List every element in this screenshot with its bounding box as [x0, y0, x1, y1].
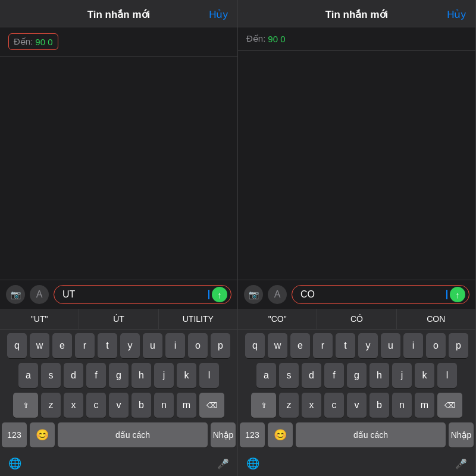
right-key-t[interactable]: t — [336, 333, 355, 358]
right-key-h[interactable]: h — [369, 363, 389, 388]
left-key-b[interactable]: b — [131, 393, 151, 418]
right-key-g[interactable]: g — [347, 363, 367, 388]
left-key-d[interactable]: d — [64, 363, 83, 388]
left-key-t[interactable]: t — [98, 333, 117, 358]
right-send-button[interactable] — [450, 287, 465, 302]
left-panel: Tin nhắn mới Hủy Đến: 90 0 📷 A UT "UT" Ú… — [0, 0, 238, 476]
left-key-u[interactable]: u — [143, 333, 162, 358]
left-key-e[interactable]: e — [52, 333, 72, 358]
left-key-k[interactable]: k — [177, 363, 196, 388]
left-key-g[interactable]: g — [109, 363, 129, 388]
right-key-n[interactable]: n — [392, 393, 412, 418]
right-key-d[interactable]: d — [302, 363, 321, 388]
right-pred-1[interactable]: "CO" — [238, 309, 317, 329]
right-to-field[interactable]: Đến: 90 0 — [238, 27, 475, 51]
left-key-z[interactable]: z — [41, 393, 61, 418]
left-key-r[interactable]: r — [75, 333, 95, 358]
left-key-w[interactable]: w — [30, 333, 49, 358]
right-camera-button[interactable]: 📷 — [244, 285, 263, 304]
right-key-u[interactable]: u — [381, 333, 400, 358]
left-send-button[interactable] — [212, 287, 227, 302]
right-key-i[interactable]: i — [403, 333, 423, 358]
right-text-input[interactable]: CO — [292, 285, 469, 304]
right-to-value: 90 0 — [268, 34, 285, 44]
left-key-o[interactable]: o — [188, 333, 208, 358]
right-key-numbers[interactable]: 123 — [240, 422, 265, 447]
left-key-shift[interactable]: ⇧ — [13, 393, 38, 418]
left-globe-icon[interactable]: 🌐 — [8, 457, 21, 470]
left-to-field[interactable]: Đến: 90 0 — [0, 27, 237, 57]
left-key-p[interactable]: p — [211, 333, 230, 358]
right-key-p[interactable]: p — [449, 333, 468, 358]
left-camera-button[interactable]: 📷 — [6, 285, 25, 304]
left-pred-2[interactable]: ÚT — [79, 309, 158, 329]
left-key-c[interactable]: c — [86, 393, 106, 418]
left-key-emoji[interactable]: 😊 — [30, 422, 55, 447]
right-key-w[interactable]: w — [268, 333, 287, 358]
right-globe-icon[interactable]: 🌐 — [246, 457, 259, 470]
right-key-y[interactable]: y — [358, 333, 378, 358]
right-key-l[interactable]: l — [437, 363, 457, 388]
left-key-y[interactable]: y — [120, 333, 140, 358]
left-key-l[interactable]: l — [199, 363, 219, 388]
right-key-k[interactable]: k — [415, 363, 434, 388]
left-cancel-button[interactable]: Hủy — [209, 8, 228, 21]
left-text-input[interactable]: UT — [54, 285, 231, 304]
right-mic-icon[interactable]: 🎤 — [455, 458, 467, 469]
left-key-m[interactable]: m — [177, 393, 196, 418]
left-key-j[interactable]: j — [154, 363, 174, 388]
left-mic-icon[interactable]: 🎤 — [217, 458, 229, 469]
left-key-delete[interactable]: ⌫ — [199, 393, 224, 418]
right-key-a[interactable]: a — [256, 363, 276, 388]
right-key-c[interactable]: c — [324, 393, 344, 418]
right-cursor — [446, 290, 447, 299]
left-key-h[interactable]: h — [131, 363, 151, 388]
left-key-enter[interactable]: Nhập — [211, 422, 236, 447]
right-key-b[interactable]: b — [369, 393, 389, 418]
right-key-v[interactable]: v — [347, 393, 367, 418]
right-key-s[interactable]: s — [279, 363, 299, 388]
left-key-f[interactable]: f — [86, 363, 106, 388]
right-cancel-button[interactable]: Hủy — [447, 8, 466, 21]
right-key-q[interactable]: q — [245, 333, 265, 358]
right-pred-3[interactable]: CON — [397, 309, 475, 329]
left-key-n[interactable]: n — [154, 393, 174, 418]
left-input-row: 📷 A UT — [0, 280, 237, 309]
right-key-r[interactable]: r — [313, 333, 333, 358]
right-key-emoji[interactable]: 😊 — [268, 422, 293, 447]
left-key-numbers[interactable]: 123 — [2, 422, 27, 447]
right-key-f[interactable]: f — [324, 363, 344, 388]
right-key-shift[interactable]: ⇧ — [251, 393, 276, 418]
left-input-text: UT — [62, 289, 208, 300]
left-app-button[interactable]: A — [30, 285, 49, 304]
left-key-s[interactable]: s — [41, 363, 61, 388]
left-key-q[interactable]: q — [7, 333, 27, 358]
left-cursor — [208, 290, 209, 299]
right-message-body[interactable] — [238, 51, 475, 280]
right-row-3: ⇧ z x c v b n m ⌫ — [240, 393, 474, 418]
left-key-x[interactable]: x — [64, 393, 83, 418]
left-key-v[interactable]: v — [109, 393, 129, 418]
right-keyboard: q w e r t y u i o p a s d f g h j k l ⇧ … — [238, 330, 475, 452]
right-key-e[interactable]: e — [290, 333, 310, 358]
left-message-body[interactable] — [0, 57, 237, 280]
left-row-3: ⇧ z x c v b n m ⌫ — [2, 393, 236, 418]
right-input-row: 📷 A CO — [238, 280, 475, 309]
right-key-m[interactable]: m — [415, 393, 434, 418]
left-key-space[interactable]: dấu cách — [58, 422, 208, 447]
right-key-enter[interactable]: Nhập — [449, 422, 474, 447]
left-key-i[interactable]: i — [165, 333, 185, 358]
left-key-a[interactable]: a — [18, 363, 38, 388]
left-title: Tin nhắn mới — [87, 8, 151, 21]
right-predictive-bar: "CO" CÓ CON — [238, 309, 475, 330]
left-pred-3[interactable]: UTILITY — [159, 309, 237, 329]
right-key-o[interactable]: o — [426, 333, 446, 358]
right-key-j[interactable]: j — [392, 363, 412, 388]
left-pred-1[interactable]: "UT" — [0, 309, 79, 329]
right-key-space[interactable]: dấu cách — [296, 422, 446, 447]
right-key-x[interactable]: x — [302, 393, 321, 418]
right-app-button[interactable]: A — [268, 285, 287, 304]
right-key-z[interactable]: z — [279, 393, 299, 418]
right-key-delete[interactable]: ⌫ — [437, 393, 462, 418]
right-pred-2[interactable]: CÓ — [317, 309, 396, 329]
